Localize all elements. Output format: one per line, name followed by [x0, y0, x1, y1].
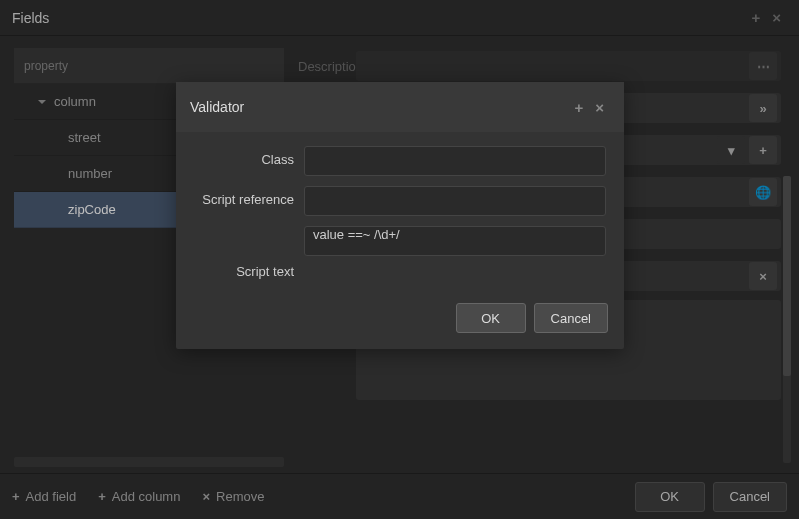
dialog-titlebar: Validator + ×	[176, 82, 624, 132]
dialog-add-icon[interactable]: +	[568, 95, 589, 120]
script-text-input[interactable]	[304, 226, 606, 256]
dialog-ok-label: OK	[481, 311, 500, 326]
script-text-label: Script text	[194, 226, 304, 279]
dialog-close-icon[interactable]: ×	[589, 95, 610, 120]
dialog-title: Validator	[190, 99, 244, 115]
class-input[interactable]	[304, 146, 606, 176]
class-label: Class	[194, 146, 304, 167]
fields-window: Fields + × property column street number…	[0, 0, 799, 519]
validator-dialog: Validator + × Class Script reference Scr…	[176, 82, 624, 349]
script-reference-input[interactable]	[304, 186, 606, 216]
script-reference-label: Script reference	[194, 186, 304, 207]
dialog-body: Class Script reference Script text	[176, 132, 624, 293]
dialog-footer: OK Cancel	[176, 293, 624, 349]
dialog-cancel-label: Cancel	[551, 311, 591, 326]
dialog-ok-button[interactable]: OK	[456, 303, 526, 333]
dialog-cancel-button[interactable]: Cancel	[534, 303, 608, 333]
